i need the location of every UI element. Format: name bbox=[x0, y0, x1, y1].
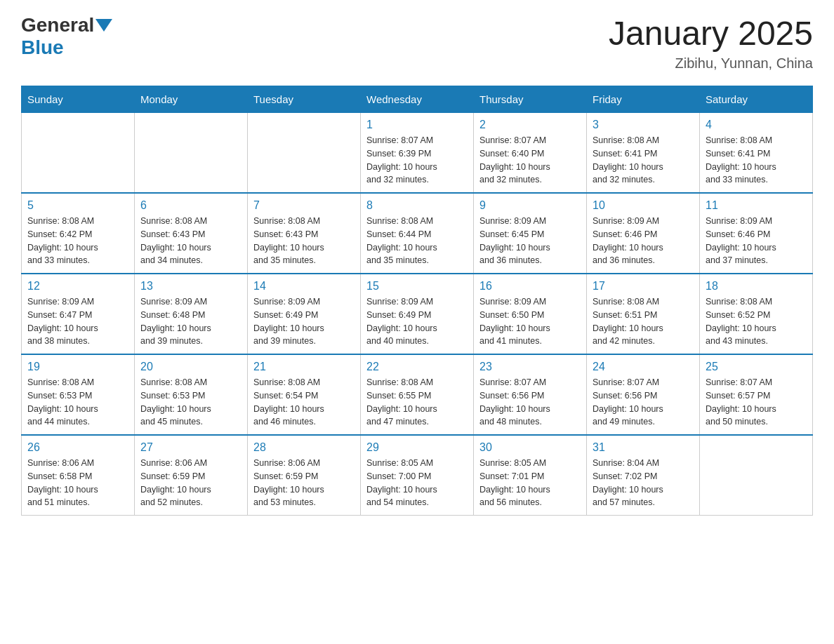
logo-blue-part bbox=[94, 19, 112, 32]
day-info: Sunrise: 8:09 AM Sunset: 6:46 PM Dayligh… bbox=[593, 215, 694, 267]
logo-blue-text: Blue bbox=[21, 36, 64, 59]
day-of-week-header: Saturday bbox=[700, 86, 813, 113]
day-info: Sunrise: 8:07 AM Sunset: 6:39 PM Dayligh… bbox=[366, 134, 468, 187]
day-info: Sunrise: 8:07 AM Sunset: 6:40 PM Dayligh… bbox=[479, 134, 581, 187]
day-of-week-header: Tuesday bbox=[248, 86, 361, 113]
day-number: 8 bbox=[366, 199, 468, 212]
day-info: Sunrise: 8:09 AM Sunset: 6:49 PM Dayligh… bbox=[253, 295, 355, 348]
day-number: 17 bbox=[593, 280, 694, 293]
calendar-week-row: 1Sunrise: 8:07 AM Sunset: 6:39 PM Daylig… bbox=[22, 113, 813, 194]
day-info: Sunrise: 8:05 AM Sunset: 7:00 PM Dayligh… bbox=[366, 457, 468, 509]
page-header: General Blue January 2025 Zibihu, Yunnan… bbox=[21, 14, 813, 72]
day-info: Sunrise: 8:08 AM Sunset: 6:54 PM Dayligh… bbox=[253, 376, 355, 429]
calendar-empty-cell bbox=[135, 113, 248, 194]
day-info: Sunrise: 8:08 AM Sunset: 6:44 PM Dayligh… bbox=[366, 215, 468, 267]
calendar-day-cell: 2Sunrise: 8:07 AM Sunset: 6:40 PM Daylig… bbox=[474, 113, 587, 194]
calendar-day-cell: 19Sunrise: 8:08 AM Sunset: 6:53 PM Dayli… bbox=[22, 354, 135, 435]
day-of-week-header: Thursday bbox=[474, 86, 587, 113]
day-number: 25 bbox=[706, 361, 807, 373]
day-number: 23 bbox=[479, 361, 581, 373]
calendar-day-cell: 16Sunrise: 8:09 AM Sunset: 6:50 PM Dayli… bbox=[474, 274, 587, 354]
calendar-header-row: SundayMondayTuesdayWednesdayThursdayFrid… bbox=[22, 86, 813, 113]
logo-arrow-icon bbox=[95, 19, 112, 32]
calendar-day-cell: 31Sunrise: 8:04 AM Sunset: 7:02 PM Dayli… bbox=[587, 435, 700, 516]
day-info: Sunrise: 8:07 AM Sunset: 6:56 PM Dayligh… bbox=[479, 376, 581, 429]
day-number: 3 bbox=[593, 119, 694, 131]
calendar-day-cell: 20Sunrise: 8:08 AM Sunset: 6:53 PM Dayli… bbox=[135, 354, 248, 435]
calendar-day-cell: 1Sunrise: 8:07 AM Sunset: 6:39 PM Daylig… bbox=[361, 113, 474, 194]
day-info: Sunrise: 8:07 AM Sunset: 6:57 PM Dayligh… bbox=[706, 376, 807, 429]
day-info: Sunrise: 8:06 AM Sunset: 6:59 PM Dayligh… bbox=[253, 457, 355, 509]
calendar-day-cell: 12Sunrise: 8:09 AM Sunset: 6:47 PM Dayli… bbox=[22, 274, 135, 354]
logo: General Blue bbox=[21, 14, 112, 59]
day-info: Sunrise: 8:09 AM Sunset: 6:46 PM Dayligh… bbox=[706, 215, 807, 267]
calendar-day-cell: 27Sunrise: 8:06 AM Sunset: 6:59 PM Dayli… bbox=[135, 435, 248, 516]
day-number: 11 bbox=[706, 199, 807, 212]
calendar-day-cell: 18Sunrise: 8:08 AM Sunset: 6:52 PM Dayli… bbox=[700, 274, 813, 354]
day-of-week-header: Monday bbox=[135, 86, 248, 113]
day-of-week-header: Friday bbox=[587, 86, 700, 113]
day-number: 5 bbox=[27, 199, 128, 212]
calendar-day-cell: 8Sunrise: 8:08 AM Sunset: 6:44 PM Daylig… bbox=[361, 193, 474, 274]
day-info: Sunrise: 8:04 AM Sunset: 7:02 PM Dayligh… bbox=[593, 457, 694, 509]
day-number: 18 bbox=[706, 280, 807, 293]
day-number: 28 bbox=[253, 441, 355, 454]
day-info: Sunrise: 8:08 AM Sunset: 6:42 PM Dayligh… bbox=[27, 215, 128, 267]
day-info: Sunrise: 8:06 AM Sunset: 6:59 PM Dayligh… bbox=[140, 457, 241, 509]
calendar-day-cell: 13Sunrise: 8:09 AM Sunset: 6:48 PM Dayli… bbox=[135, 274, 248, 354]
day-info: Sunrise: 8:09 AM Sunset: 6:47 PM Dayligh… bbox=[27, 295, 128, 348]
day-number: 31 bbox=[593, 441, 694, 454]
day-info: Sunrise: 8:08 AM Sunset: 6:53 PM Dayligh… bbox=[140, 376, 241, 429]
calendar-day-cell: 30Sunrise: 8:05 AM Sunset: 7:01 PM Dayli… bbox=[474, 435, 587, 516]
calendar-day-cell: 24Sunrise: 8:07 AM Sunset: 6:56 PM Dayli… bbox=[587, 354, 700, 435]
day-number: 12 bbox=[27, 280, 128, 293]
calendar-day-cell: 29Sunrise: 8:05 AM Sunset: 7:00 PM Dayli… bbox=[361, 435, 474, 516]
calendar-day-cell: 14Sunrise: 8:09 AM Sunset: 6:49 PM Dayli… bbox=[248, 274, 361, 354]
day-number: 24 bbox=[593, 361, 694, 373]
day-number: 27 bbox=[140, 441, 241, 454]
calendar-empty-cell bbox=[22, 113, 135, 194]
day-number: 13 bbox=[140, 280, 241, 293]
day-number: 15 bbox=[366, 280, 468, 293]
day-number: 22 bbox=[366, 361, 468, 373]
calendar-empty-cell bbox=[248, 113, 361, 194]
calendar-day-cell: 7Sunrise: 8:08 AM Sunset: 6:43 PM Daylig… bbox=[248, 193, 361, 274]
day-info: Sunrise: 8:08 AM Sunset: 6:53 PM Dayligh… bbox=[27, 376, 128, 429]
day-info: Sunrise: 8:07 AM Sunset: 6:56 PM Dayligh… bbox=[593, 376, 694, 429]
calendar-day-cell: 9Sunrise: 8:09 AM Sunset: 6:45 PM Daylig… bbox=[474, 193, 587, 274]
day-info: Sunrise: 8:08 AM Sunset: 6:51 PM Dayligh… bbox=[593, 295, 694, 348]
day-of-week-header: Sunday bbox=[22, 86, 135, 113]
day-of-week-header: Wednesday bbox=[361, 86, 474, 113]
calendar-day-cell: 26Sunrise: 8:06 AM Sunset: 6:58 PM Dayli… bbox=[22, 435, 135, 516]
day-info: Sunrise: 8:09 AM Sunset: 6:48 PM Dayligh… bbox=[140, 295, 241, 348]
day-number: 16 bbox=[479, 280, 581, 293]
calendar-day-cell: 11Sunrise: 8:09 AM Sunset: 6:46 PM Dayli… bbox=[700, 193, 813, 274]
calendar-day-cell: 21Sunrise: 8:08 AM Sunset: 6:54 PM Dayli… bbox=[248, 354, 361, 435]
day-number: 7 bbox=[253, 199, 355, 212]
day-info: Sunrise: 8:08 AM Sunset: 6:43 PM Dayligh… bbox=[253, 215, 355, 267]
day-number: 2 bbox=[479, 119, 581, 131]
calendar-week-row: 26Sunrise: 8:06 AM Sunset: 6:58 PM Dayli… bbox=[22, 435, 813, 516]
day-info: Sunrise: 8:06 AM Sunset: 6:58 PM Dayligh… bbox=[27, 457, 128, 509]
day-number: 20 bbox=[140, 361, 241, 373]
day-info: Sunrise: 8:08 AM Sunset: 6:41 PM Dayligh… bbox=[593, 134, 694, 187]
day-number: 19 bbox=[27, 361, 128, 373]
calendar-day-cell: 4Sunrise: 8:08 AM Sunset: 6:41 PM Daylig… bbox=[700, 113, 813, 194]
day-number: 29 bbox=[366, 441, 468, 454]
calendar-day-cell: 15Sunrise: 8:09 AM Sunset: 6:49 PM Dayli… bbox=[361, 274, 474, 354]
calendar-day-cell: 5Sunrise: 8:08 AM Sunset: 6:42 PM Daylig… bbox=[22, 193, 135, 274]
logo-general-text: General bbox=[21, 14, 94, 36]
day-info: Sunrise: 8:09 AM Sunset: 6:45 PM Dayligh… bbox=[479, 215, 581, 267]
calendar-week-row: 19Sunrise: 8:08 AM Sunset: 6:53 PM Dayli… bbox=[22, 354, 813, 435]
calendar-day-cell: 22Sunrise: 8:08 AM Sunset: 6:55 PM Dayli… bbox=[361, 354, 474, 435]
calendar-week-row: 12Sunrise: 8:09 AM Sunset: 6:47 PM Dayli… bbox=[22, 274, 813, 354]
title-section: January 2025 Zibihu, Yunnan, China bbox=[609, 14, 813, 72]
calendar-day-cell: 10Sunrise: 8:09 AM Sunset: 6:46 PM Dayli… bbox=[587, 193, 700, 274]
month-title: January 2025 bbox=[609, 14, 813, 53]
calendar-day-cell: 3Sunrise: 8:08 AM Sunset: 6:41 PM Daylig… bbox=[587, 113, 700, 194]
calendar-day-cell: 28Sunrise: 8:06 AM Sunset: 6:59 PM Dayli… bbox=[248, 435, 361, 516]
day-info: Sunrise: 8:05 AM Sunset: 7:01 PM Dayligh… bbox=[479, 457, 581, 509]
calendar-day-cell: 23Sunrise: 8:07 AM Sunset: 6:56 PM Dayli… bbox=[474, 354, 587, 435]
day-number: 30 bbox=[479, 441, 581, 454]
day-info: Sunrise: 8:09 AM Sunset: 6:49 PM Dayligh… bbox=[366, 295, 468, 348]
